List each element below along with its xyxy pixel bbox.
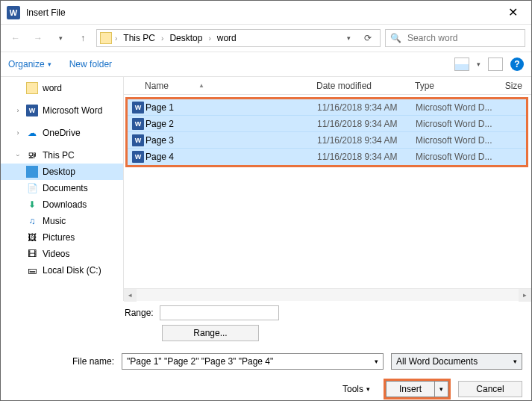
file-row[interactable]: W Page 2 11/16/2018 9:34 AM Microsoft Wo… xyxy=(128,116,526,132)
cancel-button[interactable]: Cancel xyxy=(458,381,522,397)
tree-label: Videos xyxy=(43,249,69,259)
file-date: 11/16/2018 9:34 AM xyxy=(317,152,416,162)
file-type-filter[interactable]: All Word Documents ▾ xyxy=(391,353,522,370)
up-button[interactable]: ↑ xyxy=(74,29,92,47)
col-name[interactable]: Name xyxy=(145,81,169,91)
chevron-right-icon: › xyxy=(115,34,117,43)
tree-label: OneDrive xyxy=(43,128,81,138)
word-doc-icon: W xyxy=(132,118,144,130)
tree-item-pictures[interactable]: Pictures xyxy=(1,229,123,246)
breadcrumb-word[interactable]: word xyxy=(214,31,240,45)
file-type: Microsoft Word D... xyxy=(416,119,511,129)
tree-item-music[interactable]: Music xyxy=(1,213,123,229)
address-dropdown[interactable]: ▾ xyxy=(339,29,357,47)
search-icon: 🔍 xyxy=(390,33,401,43)
tree-item-desktop[interactable]: Desktop xyxy=(1,164,123,180)
tools-label: Tools xyxy=(342,384,363,394)
file-row[interactable]: W Page 4 11/16/2018 9:34 AM Microsoft Wo… xyxy=(128,149,526,165)
chevron-right-icon: › xyxy=(161,34,163,43)
pictures-icon xyxy=(26,231,38,243)
new-folder-button[interactable]: New folder xyxy=(69,59,112,69)
file-date: 11/16/2018 9:34 AM xyxy=(317,102,416,113)
file-type: Microsoft Word D... xyxy=(416,102,511,113)
breadcrumb-desktop[interactable]: Desktop xyxy=(166,31,205,45)
refresh-button[interactable]: ⟳ xyxy=(359,29,377,47)
search-box[interactable]: 🔍 xyxy=(385,29,525,47)
insert-split-button: Insert ▾ xyxy=(384,379,451,400)
breadcrumb-thispc[interactable]: This PC xyxy=(120,31,158,45)
tree-label: This PC xyxy=(43,150,75,161)
chevron-down-icon: ▾ xyxy=(366,385,370,393)
help-button[interactable]: ? xyxy=(510,57,524,71)
file-name: Page 4 xyxy=(145,152,317,162)
chevron-down-icon[interactable]: ▾ xyxy=(375,358,378,365)
tree-label: Desktop xyxy=(43,167,75,177)
file-name: Page 2 xyxy=(145,119,317,129)
onedrive-icon xyxy=(26,127,38,139)
disk-icon xyxy=(26,264,38,276)
chevron-right-icon: › xyxy=(208,34,210,43)
tree-item-videos[interactable]: Videos xyxy=(1,246,123,262)
horizontal-scrollbar[interactable]: ◂ ▸ xyxy=(124,288,531,301)
file-type: Microsoft Word D... xyxy=(416,152,511,162)
tree-item-onedrive[interactable]: ›OneDrive xyxy=(1,125,123,141)
view-options-button[interactable] xyxy=(454,57,469,71)
chevron-down-icon[interactable]: ▾ xyxy=(477,60,481,68)
folder-icon xyxy=(26,82,38,94)
tree-item-downloads[interactable]: Downloads xyxy=(1,196,123,213)
tree-item-word[interactable]: word xyxy=(1,80,123,96)
col-date[interactable]: Date modified xyxy=(316,81,415,91)
col-type[interactable]: Type xyxy=(415,81,503,91)
file-date: 11/16/2018 9:34 AM xyxy=(317,119,416,129)
insert-button[interactable]: Insert xyxy=(386,381,435,397)
forward-button[interactable]: → xyxy=(29,29,47,47)
column-headers[interactable]: Name▲ Date modified Type Size xyxy=(124,77,531,95)
music-icon xyxy=(26,215,38,227)
window-title: Insert File xyxy=(26,7,66,18)
word-doc-icon: W xyxy=(132,134,144,146)
tools-menu[interactable]: Tools ▾ xyxy=(342,384,370,394)
chevron-down-icon[interactable]: ▾ xyxy=(513,358,517,365)
insert-dropdown-button[interactable]: ▾ xyxy=(435,381,448,397)
close-button[interactable]: ✕ xyxy=(501,2,525,22)
tree-label: Documents xyxy=(43,183,88,193)
toolbar: Organize ▾ New folder ▾ ? xyxy=(1,52,531,77)
word-doc-icon: W xyxy=(132,102,144,114)
tree-label: Music xyxy=(43,216,66,226)
word-app-icon: W xyxy=(7,6,20,19)
bottom-panel: Range: Range... File name: "Page 1" "Pag… xyxy=(1,301,531,401)
pc-icon xyxy=(26,149,38,161)
scroll-right-button[interactable]: ▸ xyxy=(519,289,531,302)
chevron-down-icon: ▾ xyxy=(439,385,443,393)
title-bar: W Insert File ✕ xyxy=(1,1,531,25)
file-name: Page 1 xyxy=(145,102,317,113)
filename-combo[interactable]: "Page 1" "Page 2" "Page 3" "Page 4" ▾ xyxy=(122,353,384,370)
tree-item-documents[interactable]: Documents xyxy=(1,180,123,196)
tree-item-msword[interactable]: ›WMicrosoft Word xyxy=(1,102,123,119)
chevron-down-icon: ▾ xyxy=(48,60,51,68)
navigation-tree[interactable]: word ›WMicrosoft Word ›OneDrive ›This PC… xyxy=(1,77,124,301)
range-button[interactable]: Range... xyxy=(162,325,259,341)
file-row[interactable]: W Page 1 11/16/2018 9:34 AM Microsoft Wo… xyxy=(128,99,526,116)
col-size[interactable]: Size xyxy=(503,81,531,91)
tree-label: Microsoft Word xyxy=(43,105,102,116)
tree-item-thispc[interactable]: ›This PC xyxy=(1,147,123,164)
range-label: Range: xyxy=(125,308,154,318)
folder-icon xyxy=(100,32,112,44)
file-row[interactable]: W Page 3 11/16/2018 9:34 AM Microsoft Wo… xyxy=(128,132,526,149)
scroll-left-button[interactable]: ◂ xyxy=(124,289,137,302)
filename-label: File name: xyxy=(72,356,114,367)
search-input[interactable] xyxy=(406,32,520,44)
nav-row: ← → ▾ ↑ › This PC › Desktop › word ▾ ⟳ 🔍 xyxy=(1,25,531,52)
back-button[interactable]: ← xyxy=(7,29,25,47)
tree-label: word xyxy=(43,83,62,93)
recent-locations-dropdown[interactable]: ▾ xyxy=(51,29,69,47)
range-input[interactable] xyxy=(160,305,279,320)
organize-label: Organize xyxy=(8,59,45,69)
organize-menu[interactable]: Organize ▾ xyxy=(8,59,51,69)
file-type: Microsoft Word D... xyxy=(416,135,511,146)
downloads-icon xyxy=(26,199,38,211)
preview-pane-button[interactable] xyxy=(488,57,503,71)
address-bar[interactable]: › This PC › Desktop › word ▾ ⟳ xyxy=(96,29,381,47)
tree-item-localdisk[interactable]: Local Disk (C:) xyxy=(1,262,123,279)
